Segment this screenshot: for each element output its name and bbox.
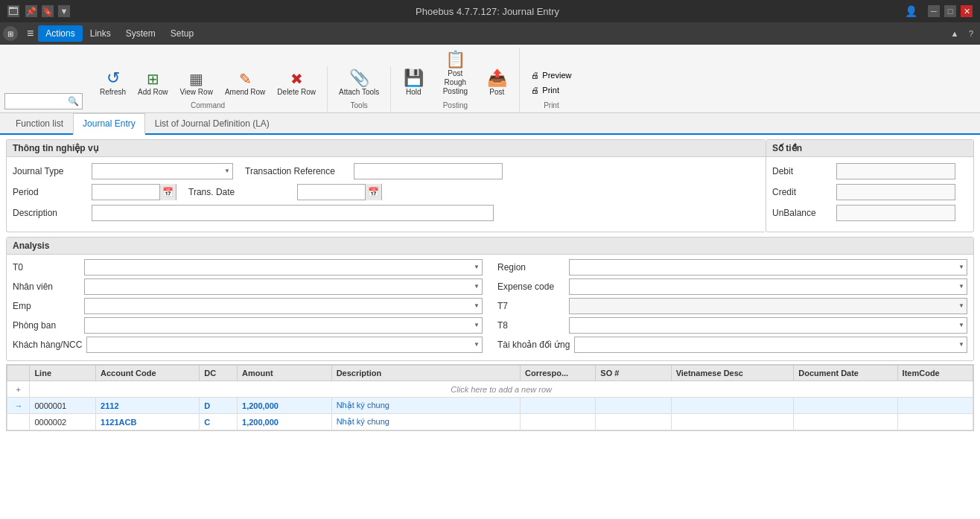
attach-button[interactable]: 📎 Attach Tools xyxy=(334,66,384,100)
view-row-icon: ▦ xyxy=(189,71,203,86)
analysis-title: Analysis xyxy=(7,238,973,255)
trans-date-input[interactable]: 14-07-2022 xyxy=(298,185,365,199)
so-tien-content: Debit 1,200,000 Credit 1,200,000 UnBalan… xyxy=(766,157,973,232)
khach-hang-row: Khách hàng/NCC 10001. Phạm Duy Mai xyxy=(13,337,483,353)
pin-btn[interactable]: 📌 xyxy=(25,5,37,17)
description-row: Description Nhật ký chung xyxy=(13,205,760,221)
row2-amount: 1,200,000 xyxy=(238,414,332,430)
hold-icon: 💾 xyxy=(404,70,424,86)
emp-label: Emp xyxy=(13,301,80,311)
transaction-ref-input[interactable]: ?CH2207109 xyxy=(354,163,503,179)
period-calendar-btn[interactable]: 📅 xyxy=(159,184,176,200)
debit-row: Debit 1,200,000 xyxy=(766,163,973,179)
row2-description: Nhật ký chung xyxy=(331,414,520,430)
journal-type-select-wrapper: CH. Nhật ký chung xyxy=(92,163,233,179)
user-icon: 👤 xyxy=(905,5,917,17)
debit-label: Debit xyxy=(772,166,832,176)
actions-menu[interactable]: Actions xyxy=(38,25,82,42)
nhan-vien-select-wrapper: 10007. Nguyễn Thành Phát xyxy=(84,278,483,295)
hamburger-menu[interactable]: ≡ xyxy=(22,24,38,43)
window-title: Phoebus 4.7.7.127: Journal Entry xyxy=(70,6,905,17)
tai-khoan-label: Tài khoản đối ứng xyxy=(497,340,570,350)
refresh-button[interactable]: ↺ Refresh xyxy=(95,66,131,100)
amend-row-button[interactable]: ✎ Amend Row xyxy=(220,68,270,100)
trans-date-label: Trans. Date xyxy=(188,187,293,197)
setup-menu[interactable]: Setup xyxy=(163,25,201,42)
col-so-num: SO # xyxy=(596,366,671,381)
app-icon: 🗔 xyxy=(7,5,19,17)
main-content: Thông tin nghiệp vụ Journal Type CH. Nhậ… xyxy=(0,135,980,519)
close-btn[interactable]: ✕ xyxy=(961,5,973,17)
t8-select-wrapper xyxy=(569,317,967,334)
command-items: ↺ Refresh ⊞ Add Row ▦ View Row ✎ Amend R… xyxy=(95,66,321,100)
region-row: Region 101. TP HCM xyxy=(497,259,967,276)
row1-amount: 1,200,000 xyxy=(238,398,332,414)
t8-input[interactable] xyxy=(569,317,967,334)
expense-code-row: Expense code 1101. Máy photocopy xyxy=(497,278,967,295)
links-menu[interactable]: Links xyxy=(83,25,118,42)
print-button[interactable]: 🖨 Print xyxy=(526,83,576,97)
t0-input[interactable]: 75765. erger xyxy=(84,259,483,276)
expense-code-input[interactable]: 1101. Máy photocopy xyxy=(569,278,967,295)
phong-ban-input[interactable] xyxy=(84,317,483,334)
row1-dc: D xyxy=(200,398,238,414)
ribbon-search-box[interactable]: 🔍 xyxy=(4,93,83,109)
preview-button[interactable]: 🖨 Preview xyxy=(526,69,576,82)
t7-input[interactable] xyxy=(569,298,967,314)
tai-khoan-input[interactable] xyxy=(574,337,967,353)
table-row[interactable]: 0000002 1121ACB C 1,200,000 Nhật ký chun… xyxy=(7,414,973,430)
hold-button[interactable]: 💾 Hold xyxy=(397,66,430,100)
help-btn[interactable]: ? xyxy=(965,28,977,39)
table-row[interactable]: → 0000001 2112 D 1,200,000 Nhật ký chung xyxy=(7,398,973,414)
region-select-wrapper: 101. TP HCM xyxy=(569,259,967,276)
journal-type-row: Journal Type CH. Nhật ký chung Transacti… xyxy=(13,163,760,179)
tab-journal-entry[interactable]: Journal Entry xyxy=(73,113,145,135)
description-input[interactable]: Nhật ký chung xyxy=(92,205,494,221)
emp-input[interactable]: .... xyxy=(84,298,483,314)
delete-row-button[interactable]: ✖ Delete Row xyxy=(272,68,321,100)
ribbon-group-tools: 📎 Attach Tools Tools xyxy=(328,66,391,112)
minimize-btn[interactable]: ─ xyxy=(928,5,940,17)
tab-list-journal[interactable]: List of Journal Definition (LA) xyxy=(145,113,279,133)
add-row-label[interactable]: Click here to add a new row xyxy=(30,381,973,398)
bookmark-btn[interactable]: 🔖 xyxy=(42,5,54,17)
post-icon: 📤 xyxy=(487,70,507,86)
col-amount: Amount xyxy=(238,366,332,381)
emp-select-wrapper: .... xyxy=(84,298,483,314)
post-rough-button[interactable]: 📋 Post Rough Posting xyxy=(431,48,479,100)
expense-code-select-wrapper: 1101. Máy photocopy xyxy=(569,278,967,295)
ribbon-group-posting: 💾 Hold 📋 Post Rough Posting 📤 Post Posti… xyxy=(391,48,520,112)
quick-access-btn[interactable]: ▼ xyxy=(58,5,70,17)
trans-date-calendar-btn[interactable]: 📅 xyxy=(365,184,381,200)
row1-description: Nhật ký chung xyxy=(331,398,520,414)
khach-hang-input[interactable]: 10001. Phạm Duy Mai xyxy=(86,337,483,353)
system-menu[interactable]: System xyxy=(118,25,163,42)
so-tien-title: Số tiền xyxy=(766,140,973,157)
add-row-row[interactable]: + Click here to add a new row xyxy=(7,381,973,398)
analysis-content: T0 75765. erger Nhân viên 10007. Nguyễn … xyxy=(7,255,973,360)
row2-vietnamese-desc xyxy=(671,414,794,430)
col-dc: DC xyxy=(200,366,238,381)
posting-items: 💾 Hold 📋 Post Rough Posting 📤 Post xyxy=(397,48,513,100)
tai-khoan-row: Tài khoản đối ứng xyxy=(497,337,967,353)
credit-row: Credit 1,200,000 xyxy=(766,184,973,200)
post-button[interactable]: 📤 Post xyxy=(480,66,513,100)
region-input[interactable]: 101. TP HCM xyxy=(569,259,967,276)
phong-ban-label: Phòng ban xyxy=(13,320,80,331)
journal-type-input[interactable]: CH. Nhật ký chung xyxy=(92,163,233,179)
menubar: ⊞ ≡ Actions Links System Setup ▲ ? xyxy=(0,22,980,45)
add-row-button[interactable]: ⊞ Add Row xyxy=(133,68,174,100)
collapse-btn[interactable]: ▲ xyxy=(949,28,961,39)
phong-ban-row: Phòng ban xyxy=(13,317,483,334)
view-row-button[interactable]: ▦ View Row xyxy=(175,68,218,100)
row2-so-num xyxy=(596,414,671,430)
period-label: Period xyxy=(13,187,87,197)
maximize-btn[interactable]: □ xyxy=(944,5,956,17)
app-menu-icon[interactable]: ⊞ xyxy=(3,26,18,41)
row2-document-date xyxy=(794,414,897,430)
tab-bar: Function list Journal Entry List of Jour… xyxy=(0,113,980,135)
nhan-vien-input[interactable]: 10007. Nguyễn Thành Phát xyxy=(84,278,483,295)
ribbon-search-input[interactable] xyxy=(8,97,68,106)
period-input[interactable]: 07/2022 xyxy=(92,185,159,199)
tab-function-list[interactable]: Function list xyxy=(6,113,73,133)
